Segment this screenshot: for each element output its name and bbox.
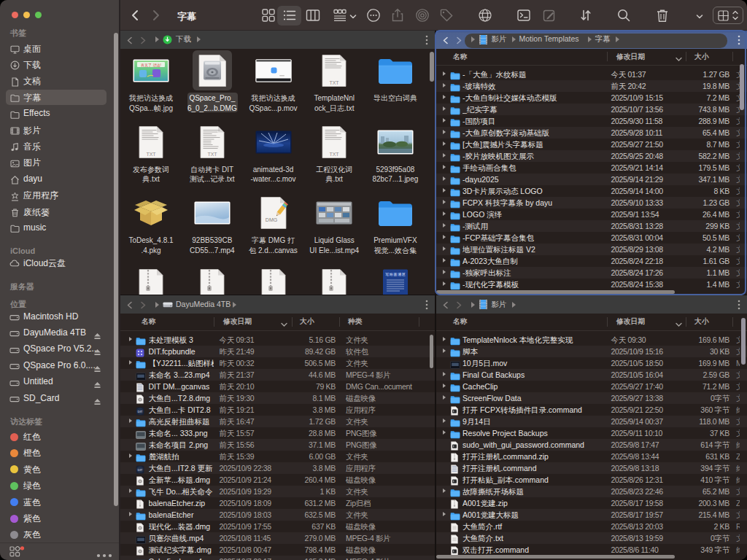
svg-text:DIT: DIT [138, 468, 143, 472]
svg-text:DMG: DMG [265, 217, 276, 222]
svg-text:写 给 普 通 区: 写 给 普 通 区 [385, 272, 406, 276]
svg-text:再见了,访达!: 再见了,访达! [141, 63, 161, 68]
svg-text:TXT: TXT [207, 152, 217, 157]
svg-text:TXT: TXT [146, 152, 156, 157]
svg-text:TXT: TXT [330, 152, 340, 157]
svg-text:DIT: DIT [138, 410, 143, 413]
svg-text:TXT: TXT [330, 80, 340, 85]
